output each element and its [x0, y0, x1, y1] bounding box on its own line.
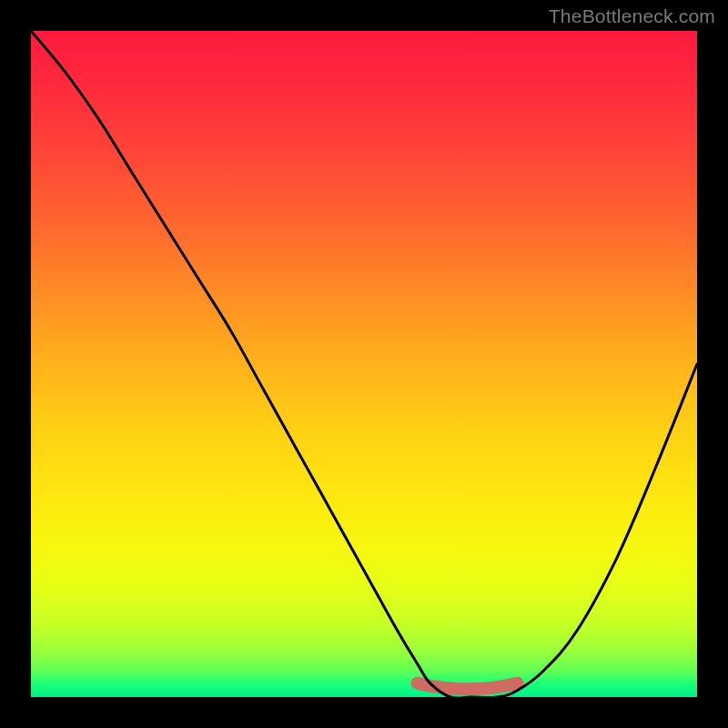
- watermark-text: TheBottleneck.com: [549, 5, 715, 27]
- curve-layer: [31, 31, 697, 697]
- plot-area: [31, 31, 697, 697]
- bottleneck-curve: [31, 31, 697, 697]
- chart-frame: TheBottleneck.com: [0, 0, 728, 728]
